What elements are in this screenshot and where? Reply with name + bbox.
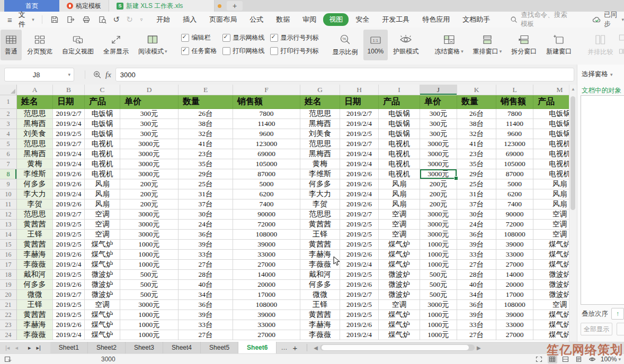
cell-D4[interactable]: 300元 bbox=[120, 129, 179, 139]
cell-A18[interactable]: 戴和河 bbox=[17, 270, 53, 280]
cell-J13[interactable]: 3000元 bbox=[420, 220, 457, 230]
file-menu-button[interactable]: 文件 ▾ bbox=[15, 10, 38, 29]
cell-H10[interactable]: 2019/2/4 bbox=[340, 189, 379, 199]
cell-H21[interactable]: 2019/2/5 bbox=[340, 300, 379, 310]
cell-H8[interactable]: 2019/2/6 bbox=[340, 169, 379, 179]
cell-B12[interactable]: 2019/2/7 bbox=[53, 210, 85, 220]
cell-D2[interactable]: 300元 bbox=[120, 109, 179, 119]
cell-J19[interactable]: 500元 bbox=[420, 280, 457, 290]
ribbon-重设位置-button[interactable]: 重设位置 bbox=[619, 47, 624, 56]
cell-E17[interactable]: 27台 bbox=[179, 260, 233, 270]
cell-G5[interactable]: 范思思 bbox=[300, 139, 340, 149]
cell-L7[interactable]: 105000 bbox=[496, 159, 533, 169]
cell-E4[interactable]: 32台 bbox=[179, 129, 233, 139]
cell-E23[interactable]: 33台 bbox=[179, 320, 233, 330]
cell-M12[interactable]: 空调 bbox=[533, 210, 569, 220]
menu-特色应用[interactable]: 特色应用 bbox=[416, 13, 456, 26]
cell-G18[interactable]: 戴和河 bbox=[300, 270, 340, 280]
cell-A24[interactable]: 李薇薇 bbox=[17, 330, 53, 340]
cell-H2[interactable]: 2019/2/7 bbox=[340, 109, 379, 119]
row-header-7[interactable]: 7 bbox=[0, 159, 17, 169]
menu-文档助手[interactable]: 文档助手 bbox=[457, 13, 496, 26]
checkbox-icon[interactable] bbox=[222, 47, 230, 55]
cell-K2[interactable]: 26台 bbox=[457, 109, 496, 119]
row-header-4[interactable]: 4 bbox=[0, 129, 17, 139]
cell-M18[interactable]: 微波炉 bbox=[533, 270, 569, 280]
cell-F2[interactable]: 7800 bbox=[233, 109, 300, 119]
ribbon-重排窗口-button[interactable]: 重排窗口▾ bbox=[469, 30, 506, 60]
cell-J6[interactable]: 3000元 bbox=[420, 149, 457, 159]
cell-K13[interactable]: 24台 bbox=[457, 220, 496, 230]
cell-L19[interactable]: 20000 bbox=[496, 280, 533, 290]
cell-E11[interactable]: 37台 bbox=[179, 199, 233, 210]
row-header-17[interactable]: 17 bbox=[0, 260, 17, 270]
cell-C23[interactable]: 煤气炉 bbox=[85, 320, 120, 330]
cell-D19[interactable]: 500元 bbox=[120, 280, 179, 290]
cell-D18[interactable]: 500元 bbox=[120, 270, 179, 280]
cell-K15[interactable]: 39台 bbox=[457, 240, 496, 250]
cell-D24[interactable]: 1000元 bbox=[120, 330, 179, 340]
header-cell-C1[interactable]: 产品 bbox=[85, 95, 120, 109]
cell-F22[interactable]: 39000 bbox=[233, 310, 300, 320]
column-header-J[interactable]: J bbox=[420, 85, 457, 95]
cell-D6[interactable]: 3000元 bbox=[120, 149, 179, 159]
cell-J7[interactable]: 3000元 bbox=[420, 159, 457, 169]
cell-G24[interactable]: 李薇薇 bbox=[300, 330, 340, 340]
tab-gaoding-template[interactable]: 稿定模板 bbox=[59, 0, 109, 12]
column-header-G[interactable]: G bbox=[300, 85, 340, 95]
cell-G21[interactable]: 王铎 bbox=[300, 300, 340, 310]
hscroll-left-icon[interactable]: ◀ bbox=[314, 345, 318, 351]
cell-I4[interactable]: 电饭锅 bbox=[379, 129, 420, 139]
cell-H5[interactable]: 2019/2/7 bbox=[340, 139, 379, 149]
cell-K7[interactable]: 35台 bbox=[457, 159, 496, 169]
cell-G20[interactable]: 微微 bbox=[300, 290, 340, 300]
checkbox-icon[interactable] bbox=[181, 47, 189, 55]
header-cell-E1[interactable]: 数量 bbox=[179, 95, 233, 109]
cell-C19[interactable]: 微波炉 bbox=[85, 280, 120, 290]
menu-开始[interactable]: 开始 bbox=[150, 13, 176, 26]
objects-list[interactable] bbox=[581, 95, 624, 305]
column-header-B[interactable]: B bbox=[53, 85, 85, 95]
cell-M23[interactable]: 煤气炉 bbox=[533, 320, 569, 330]
toggle-打印行号列标[interactable]: 打印行号列标 bbox=[270, 47, 319, 56]
selection-mode-icon[interactable] bbox=[4, 356, 12, 363]
cell-I24[interactable]: 煤气炉 bbox=[379, 330, 420, 340]
cell-I9[interactable]: 风扇 bbox=[379, 179, 420, 189]
add-sheet-button[interactable]: + bbox=[292, 343, 297, 352]
cell-B11[interactable]: 2019/2/6 bbox=[53, 199, 85, 210]
column-header-M[interactable]: M bbox=[533, 85, 569, 95]
cell-K17[interactable]: 27台 bbox=[457, 260, 496, 270]
cell-M13[interactable]: 空调 bbox=[533, 220, 569, 230]
ribbon-100%-button[interactable]: 1:1100% bbox=[363, 30, 388, 60]
new-tab-button[interactable]: + bbox=[227, 1, 243, 11]
header-cell-M1[interactable]: 产品 bbox=[533, 95, 569, 109]
cell-H23[interactable]: 2019/2/6 bbox=[340, 320, 379, 330]
cell-D14[interactable]: 3000元 bbox=[120, 230, 179, 240]
row-header-18[interactable]: 18 bbox=[0, 270, 17, 280]
cell-H6[interactable]: 2019/2/4 bbox=[340, 149, 379, 159]
cell-F21[interactable]: 108000 bbox=[233, 300, 300, 310]
cell-E21[interactable]: 36台 bbox=[179, 300, 233, 310]
cell-G3[interactable]: 黑梅西 bbox=[300, 119, 340, 129]
cell-H22[interactable]: 2019/2/5 bbox=[340, 310, 379, 320]
cell-M22[interactable]: 煤气炉 bbox=[533, 310, 569, 320]
ribbon-自定义视图-button[interactable]: 自定义视图 bbox=[58, 30, 98, 60]
cell-A3[interactable]: 黑梅西 bbox=[17, 119, 53, 129]
sheet-tab-Sheet5[interactable]: Sheet5 bbox=[201, 342, 238, 353]
row-header-1[interactable]: 1 bbox=[0, 95, 17, 109]
cell-C22[interactable]: 煤气炉 bbox=[85, 310, 120, 320]
cell-L10[interactable]: 6200 bbox=[496, 189, 533, 199]
cell-C20[interactable]: 微波炉 bbox=[85, 290, 120, 300]
cell-E16[interactable]: 33台 bbox=[179, 250, 233, 260]
cell-A12[interactable]: 范思思 bbox=[17, 210, 53, 220]
cell-G10[interactable]: 李大力 bbox=[300, 189, 340, 199]
cell-C9[interactable]: 风扇 bbox=[85, 179, 120, 189]
cell-L6[interactable]: 69000 bbox=[496, 149, 533, 159]
cell-G15[interactable]: 黄茜茜 bbox=[300, 240, 340, 250]
cell-H17[interactable]: 2019/2/4 bbox=[340, 260, 379, 270]
row-header-21[interactable]: 21 bbox=[0, 300, 17, 310]
cell-L24[interactable]: 27000 bbox=[496, 330, 533, 340]
toggle-显示网格线[interactable]: 显示网格线 bbox=[222, 33, 265, 42]
cell-K16[interactable]: 33台 bbox=[457, 250, 496, 260]
cell-A15[interactable]: 黄茜茜 bbox=[17, 240, 53, 250]
